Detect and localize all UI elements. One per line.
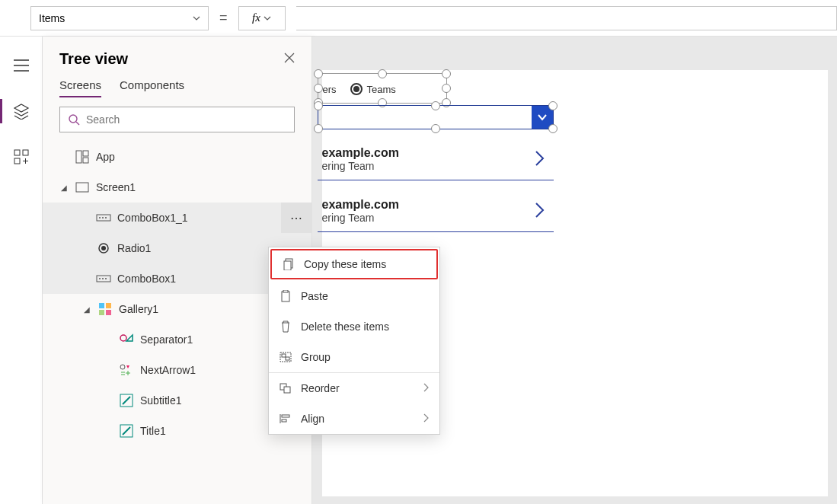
- formula-input[interactable]: [296, 6, 837, 30]
- insert-button[interactable]: [6, 142, 37, 172]
- screen-icon: [75, 180, 90, 195]
- ctx-label: Group: [301, 351, 331, 363]
- ctx-copy-items[interactable]: Copy these items: [270, 249, 438, 279]
- formula-bar: Items = fx: [0, 0, 837, 37]
- tree-node-screen1[interactable]: ◢ Screen1: [43, 172, 311, 203]
- svg-rect-4: [76, 151, 81, 163]
- combobox-icon: [96, 271, 111, 286]
- svg-point-9: [99, 217, 101, 219]
- copy-icon: [283, 258, 295, 270]
- chevron-right-icon: [534, 149, 546, 167]
- tree-node-label: Subtitle1: [140, 394, 181, 407]
- next-arrow-button[interactable]: [534, 149, 546, 171]
- svg-rect-27: [284, 261, 291, 270]
- ctx-label: Delete these items: [301, 321, 389, 333]
- ctx-paste[interactable]: Paste: [269, 281, 439, 311]
- svg-rect-7: [76, 183, 88, 192]
- ctx-group[interactable]: Group: [269, 342, 439, 372]
- svg-point-16: [102, 278, 104, 279]
- search-box[interactable]: [59, 107, 295, 132]
- treeview-button[interactable]: [6, 96, 37, 126]
- svg-point-10: [102, 217, 104, 219]
- ctx-align[interactable]: Align: [269, 404, 439, 434]
- expand-icon[interactable]: ◢: [82, 305, 91, 314]
- close-icon: [284, 53, 295, 63]
- radio-option[interactable]: Teams: [350, 83, 396, 95]
- fx-label: fx: [252, 11, 260, 24]
- radio-label: Teams: [367, 84, 396, 95]
- gallery-item[interactable]: example.com ering Team: [318, 192, 554, 232]
- tree-node-combobox1-1[interactable]: ComboBox1_1 ⋯: [43, 203, 311, 233]
- svg-rect-31: [282, 354, 286, 357]
- svg-point-13: [101, 246, 106, 250]
- group-icon: [280, 351, 292, 363]
- fx-button[interactable]: fx: [238, 6, 286, 30]
- tab-components[interactable]: Components: [120, 78, 184, 97]
- label-icon: [119, 423, 134, 439]
- tree-node-label: ComboBox1: [117, 273, 176, 285]
- expand-icon[interactable]: ◢: [59, 183, 69, 192]
- resize-handle[interactable]: [548, 101, 557, 110]
- resize-handle[interactable]: [314, 101, 323, 110]
- resize-handle[interactable]: [378, 69, 387, 78]
- svg-rect-29: [283, 290, 288, 292]
- gallery-icon: [97, 301, 113, 317]
- label-icon: [119, 393, 134, 408]
- hamburger-icon: [14, 59, 29, 72]
- combobox-icon: [96, 210, 111, 225]
- tree-node-label: NextArrow1: [140, 364, 196, 376]
- tree-node-label: Radio1: [117, 242, 151, 254]
- resize-handle[interactable]: [314, 69, 323, 78]
- more-options-button[interactable]: ⋯: [281, 203, 311, 233]
- chevron-down-icon: [193, 14, 200, 22]
- align-icon: [280, 413, 292, 425]
- svg-point-23: [120, 365, 125, 369]
- resize-handle[interactable]: [548, 124, 557, 133]
- next-arrow-button[interactable]: [534, 201, 546, 222]
- property-dropdown[interactable]: Items: [30, 6, 209, 30]
- radio-icon: [96, 241, 111, 256]
- left-rail: [0, 37, 43, 504]
- tab-screens[interactable]: Screens: [59, 78, 101, 97]
- resize-handle[interactable]: [442, 84, 451, 93]
- ctx-label: Align: [301, 413, 324, 425]
- svg-point-17: [105, 278, 107, 279]
- gallery-item-title: example.com: [322, 198, 523, 212]
- svg-rect-18: [99, 303, 104, 308]
- svg-rect-28: [282, 292, 289, 301]
- resize-handle[interactable]: [442, 69, 451, 78]
- chevron-down-icon: [264, 14, 271, 22]
- tree-node-label: Screen1: [96, 181, 136, 193]
- close-panel-button[interactable]: [284, 53, 295, 66]
- reorder-icon: [280, 382, 292, 394]
- ctx-label: Paste: [301, 290, 328, 302]
- resize-handle[interactable]: [431, 101, 440, 110]
- radio-label: ers: [323, 84, 337, 95]
- search-input[interactable]: [86, 113, 286, 126]
- tree-node-app[interactable]: App: [43, 142, 311, 172]
- resize-handle[interactable]: [314, 124, 323, 133]
- resize-handle[interactable]: [314, 84, 323, 93]
- trash-icon: [280, 321, 292, 333]
- svg-rect-32: [286, 357, 289, 360]
- separator-icon: [119, 332, 134, 347]
- svg-rect-36: [282, 419, 286, 422]
- chevron-down-icon: [537, 112, 548, 123]
- resize-handle[interactable]: [431, 124, 440, 133]
- chevron-right-icon: [534, 201, 546, 219]
- nextarrow-icon: [119, 362, 134, 378]
- ctx-delete[interactable]: Delete these items: [269, 311, 439, 342]
- tree-view-title: Tree view: [59, 50, 128, 68]
- ctx-reorder[interactable]: Reorder: [269, 373, 439, 404]
- radio-option[interactable]: ers: [323, 84, 337, 95]
- ctx-label: Copy these items: [304, 258, 386, 270]
- hamburger-button[interactable]: [6, 50, 37, 81]
- svg-point-15: [99, 278, 101, 279]
- tree-node-label: Separator1: [140, 333, 193, 346]
- selection-box-combobox[interactable]: [318, 105, 554, 129]
- search-icon: [68, 113, 80, 126]
- gallery-item-subtitle: ering Team: [322, 212, 523, 224]
- chevron-right-icon: [423, 382, 429, 394]
- gallery-item[interactable]: example.com ering Team: [318, 140, 554, 180]
- selection-box-radio[interactable]: ers Teams: [318, 73, 447, 104]
